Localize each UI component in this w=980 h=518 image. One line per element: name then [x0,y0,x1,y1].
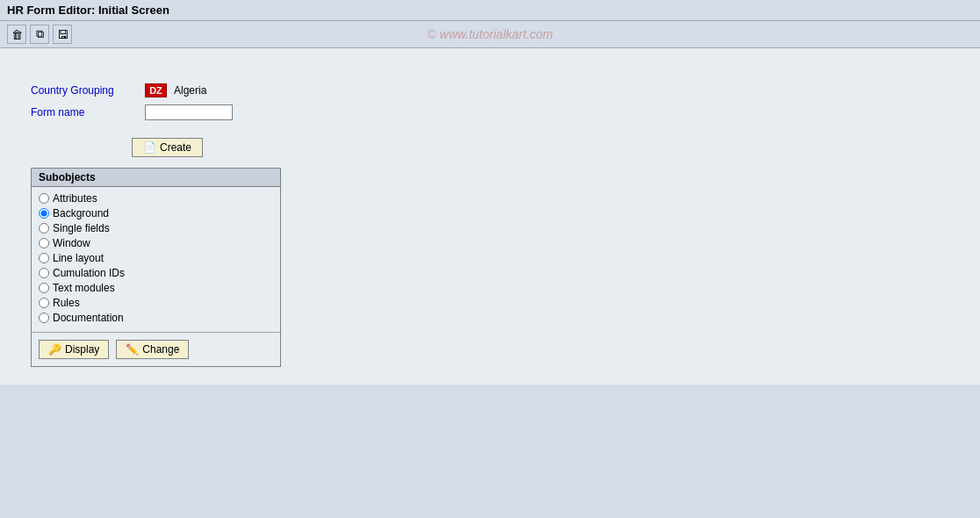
list-item: Text modules [39,282,273,294]
background-radio[interactable] [39,208,49,219]
change-label: Change [142,343,179,356]
app-title: HR Form Editor: Initial Screen [7,4,169,17]
list-item: Attributes [39,192,273,205]
list-item: Line layout [39,252,273,264]
create-button[interactable]: 📄 Create [132,138,203,157]
change-button[interactable]: ✏️ Change [116,340,189,359]
display-label: Display [65,343,99,356]
background-label: Background [53,207,109,219]
country-grouping-row: Country Grouping DZ Algeria [31,83,962,97]
subobjects-buttons: 🔑 Display ✏️ Change [32,332,280,366]
documentation-label: Documentation [53,312,124,324]
list-item: Cumulation IDs [39,267,273,279]
subobjects-header: Subobjects [32,169,280,187]
list-item: Rules [39,297,273,309]
form-name-label[interactable]: Form name [31,106,145,119]
window-label: Window [53,237,90,249]
form-name-row: Form name [31,104,962,120]
subobjects-list: Attributes Background Single fields Wind… [32,187,280,332]
list-item: Single fields [39,222,273,234]
toolbar: 🗑 ⧉ 🖫 © www.tutorialkart.com [0,21,980,48]
copy-button[interactable]: ⧉ [30,25,49,44]
documentation-radio[interactable] [39,313,49,323]
single-fields-radio[interactable] [39,223,49,234]
form-name-input[interactable] [145,104,233,120]
display-button[interactable]: 🔑 Display [39,340,109,359]
form-section: Country Grouping DZ Algeria Form name [18,66,962,120]
display-icon: 🔑 [48,343,61,356]
attributes-radio[interactable] [39,193,49,204]
country-name: Algeria [174,84,206,97]
main-content: Country Grouping DZ Algeria Form name 📄 … [0,48,980,385]
list-item: Documentation [39,312,273,324]
list-item: Background [39,207,273,219]
save-button[interactable]: 🖫 [53,25,72,44]
rules-label: Rules [53,297,80,309]
cumulation-ids-label: Cumulation IDs [53,267,125,279]
delete-button[interactable]: 🗑 [7,25,26,44]
subobjects-panel: Subobjects Attributes Background Single … [31,168,281,367]
attributes-label: Attributes [53,192,97,205]
title-bar: HR Form Editor: Initial Screen [0,0,980,21]
change-icon: ✏️ [126,343,139,356]
line-layout-radio[interactable] [39,253,49,263]
list-item: Window [39,237,273,249]
line-layout-label: Line layout [53,252,104,264]
cumulation-ids-radio[interactable] [39,268,49,278]
create-icon: 📄 [143,141,156,154]
country-code-field[interactable]: DZ [145,83,167,97]
watermark: © www.tutorialkart.com [427,27,552,41]
country-grouping-label[interactable]: Country Grouping [31,84,145,97]
text-modules-radio[interactable] [39,283,49,293]
create-button-area: 📄 Create [18,127,962,168]
single-fields-label: Single fields [53,222,110,234]
text-modules-label: Text modules [53,282,115,294]
rules-radio[interactable] [39,298,49,308]
create-label: Create [160,141,191,154]
window-radio[interactable] [39,238,49,248]
